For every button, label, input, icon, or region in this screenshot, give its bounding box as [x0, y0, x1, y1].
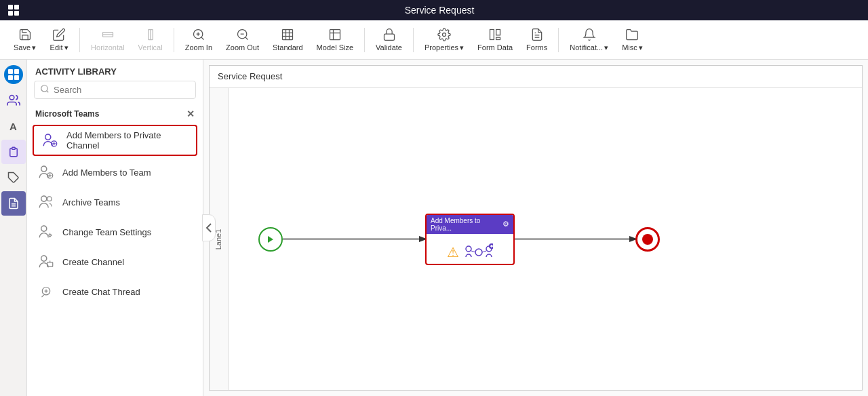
- add-members-private-icon: [41, 131, 60, 150]
- category-header: Microsoft Teams ✕: [27, 104, 203, 123]
- gear-icon[interactable]: ⚙: [502, 220, 509, 229]
- validate-button[interactable]: Validate: [370, 24, 408, 56]
- lane-label: Lane1: [215, 229, 223, 250]
- svg-point-18: [443, 33, 446, 36]
- form-data-label: Form Data: [477, 43, 513, 52]
- side-nav-list[interactable]: [1, 140, 26, 164]
- svg-point-33: [41, 85, 47, 92]
- zoom-out-label: Zoom Out: [226, 43, 259, 52]
- search-input[interactable]: [54, 85, 190, 95]
- horizontal-label: Horizontal: [91, 43, 125, 52]
- svg-rect-25: [14, 69, 19, 74]
- archive-teams-label: Archive Teams: [62, 197, 120, 207]
- sep2: [174, 28, 174, 52]
- toolbar: Save ▾ Edit ▾ Horizontal Vertical Zoom I…: [0, 20, 868, 60]
- forms-button[interactable]: Forms: [521, 24, 553, 56]
- svg-rect-24: [8, 69, 13, 74]
- properties-button[interactable]: Properties ▾: [419, 24, 469, 56]
- sep5: [558, 28, 559, 52]
- change-team-settings-label: Change Team Settings: [62, 227, 151, 237]
- save-arrow: ▾: [32, 43, 36, 52]
- canvas-label: Service Request: [218, 71, 282, 81]
- svg-point-44: [47, 197, 52, 201]
- collapse-panel-button[interactable]: [202, 214, 216, 241]
- misc-arrow: ▾: [639, 43, 643, 52]
- svg-rect-19: [490, 30, 494, 40]
- save-button[interactable]: Save ▾: [8, 24, 41, 56]
- node-title: Add Members to Priva...: [431, 217, 502, 232]
- zoom-in-button[interactable]: Zoom In: [180, 24, 218, 56]
- form-data-button[interactable]: Form Data: [472, 24, 518, 56]
- side-navigation: A: [0, 60, 27, 396]
- archive-teams-icon: [37, 193, 56, 212]
- svg-rect-26: [8, 75, 13, 80]
- svg-rect-16: [330, 30, 340, 40]
- side-nav-font[interactable]: A: [1, 114, 26, 138]
- misc-button[interactable]: Misc ▾: [616, 24, 648, 56]
- category-name: Microsoft Teams: [35, 109, 99, 119]
- svg-rect-21: [496, 37, 500, 39]
- grid-icon: [8, 5, 19, 16]
- standard-label: Standard: [273, 43, 303, 52]
- forms-label: Forms: [526, 43, 547, 52]
- activity-item-archive-teams[interactable]: Archive Teams: [27, 187, 203, 217]
- activity-list: Add Members to Private Channel Add Membe…: [27, 123, 203, 396]
- svg-point-28: [9, 96, 14, 100]
- activity-item-add-members-team[interactable]: Add Members to Team: [27, 157, 203, 187]
- change-team-settings-icon: [37, 222, 56, 241]
- notification-button[interactable]: Notificat... ▾: [564, 24, 614, 56]
- notification-arrow: ▾: [604, 43, 608, 52]
- add-members-team-icon: [37, 163, 56, 182]
- search-box[interactable]: [34, 81, 196, 99]
- svg-point-56: [475, 249, 482, 256]
- activity-panel-header: ACTIVITY LIBRARY: [27, 60, 203, 81]
- create-channel-label: Create Channel: [62, 257, 124, 267]
- model-size-button[interactable]: Model Size: [311, 24, 359, 56]
- activity-panel: ACTIVITY LIBRARY Microsoft Teams ✕: [27, 60, 203, 396]
- node-body: ⚠: [427, 234, 513, 265]
- node-header: Add Members to Priva... ⚙: [427, 215, 513, 234]
- search-icon: [40, 84, 50, 96]
- edit-button[interactable]: Edit ▾: [44, 24, 74, 56]
- svg-point-43: [41, 196, 47, 201]
- side-nav-tag[interactable]: [1, 165, 26, 190]
- flow-svg: [229, 88, 862, 390]
- svg-rect-17: [384, 34, 394, 40]
- sep1: [79, 28, 80, 52]
- zoom-in-label: Zoom In: [185, 43, 212, 52]
- create-channel-icon: [37, 252, 56, 271]
- start-event[interactable]: [258, 227, 283, 252]
- create-chat-thread-icon: [37, 282, 56, 301]
- horizontal-button[interactable]: Horizontal: [85, 24, 130, 56]
- activity-node[interactable]: Add Members to Priva... ⚙ ⚠: [425, 214, 515, 265]
- svg-point-35: [45, 134, 51, 140]
- activity-item-add-members-private[interactable]: Add Members to Private Channel: [33, 125, 197, 156]
- page-title: Service Request: [19, 5, 860, 16]
- svg-point-46: [49, 234, 51, 236]
- end-event[interactable]: [635, 227, 660, 252]
- svg-line-9: [245, 37, 248, 40]
- svg-line-34: [47, 91, 49, 93]
- activity-item-create-chat-thread[interactable]: Create Chat Thread: [27, 277, 203, 306]
- warning-icon: ⚠: [447, 244, 459, 260]
- svg-rect-29: [12, 147, 15, 149]
- misc-label: Misc: [622, 43, 637, 52]
- zoom-out-button[interactable]: Zoom Out: [220, 24, 264, 56]
- sep3: [364, 28, 365, 52]
- side-nav-teams[interactable]: [1, 88, 26, 113]
- svg-marker-55: [268, 236, 273, 243]
- standard-button[interactable]: Standard: [267, 24, 309, 56]
- activity-item-change-team-settings[interactable]: Change Team Settings: [27, 217, 203, 247]
- svg-rect-20: [496, 30, 500, 35]
- svg-line-5: [201, 37, 204, 40]
- activity-item-create-channel[interactable]: Create Channel: [27, 247, 203, 277]
- side-nav-home[interactable]: [4, 65, 23, 84]
- add-members-team-label: Add Members to Team: [62, 167, 151, 178]
- close-category-button[interactable]: ✕: [186, 108, 195, 119]
- svg-rect-11: [283, 30, 293, 40]
- top-bar: Service Request: [0, 0, 868, 20]
- notification-label: Notificat...: [570, 43, 603, 52]
- vertical-button[interactable]: Vertical: [133, 24, 168, 56]
- side-nav-notes[interactable]: [1, 191, 26, 216]
- activity-panel-title: ACTIVITY LIBRARY: [35, 66, 117, 77]
